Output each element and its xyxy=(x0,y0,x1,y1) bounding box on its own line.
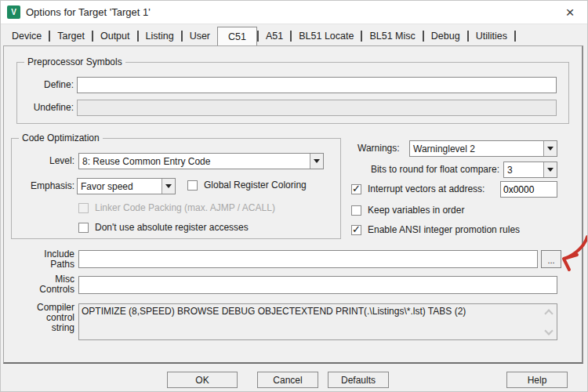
group-title: Preprocessor Symbols xyxy=(24,56,125,67)
tab-strip: Device Target Output Listing User C51 A5… xyxy=(5,27,516,45)
chevron-down-icon xyxy=(543,141,557,156)
float-compare-bits-value: 3 xyxy=(504,165,543,176)
group-title: Code Optimization xyxy=(19,132,103,143)
warnings-dropdown[interactable]: Warninglevel 2 xyxy=(409,140,557,157)
checkbox-box xyxy=(351,184,361,194)
window-title: Options for Target 'Target 1' xyxy=(26,6,151,18)
keep-variables-in-order-checkbox[interactable]: Keep variables in order xyxy=(351,205,464,216)
tab-listing[interactable]: Listing xyxy=(139,27,181,45)
ansi-integer-promotion-checkbox[interactable]: Enable ANSI integer promotion rules xyxy=(351,224,520,236)
checkbox-box xyxy=(78,203,89,213)
warnings-value: Warninglevel 2 xyxy=(410,143,543,154)
warnings-label: Warnings: xyxy=(358,143,400,154)
interrupt-vector-address-input[interactable] xyxy=(500,181,557,198)
uvision-logo-icon: V xyxy=(7,5,20,19)
global-register-coloring-checkbox[interactable]: Global Register Coloring xyxy=(187,180,307,191)
chevron-down-icon xyxy=(162,179,175,194)
tab-user[interactable]: User xyxy=(183,27,217,45)
define-label: Define: xyxy=(23,80,74,90)
tab-device[interactable]: Device xyxy=(5,27,49,45)
include-paths-browse-button[interactable]: ... xyxy=(541,250,561,268)
include-paths-input[interactable] xyxy=(78,250,538,268)
cancel-button[interactable]: Cancel xyxy=(257,372,318,388)
misc-controls-input[interactable] xyxy=(78,276,557,294)
ok-button[interactable]: OK xyxy=(167,372,238,388)
level-value: 8: Reuse Common Entry Code xyxy=(79,156,310,167)
compiler-control-string-box[interactable]: OPTIMIZE (8,SPEED) BROWSE DEBUG OBJECTEX… xyxy=(78,303,557,340)
checkbox-label: Keep variables in order xyxy=(368,205,464,216)
tab-target[interactable]: Target xyxy=(50,27,92,45)
undefine-label: Undefine: xyxy=(20,103,74,113)
title-bar: V Options for Target 'Target 1' × xyxy=(1,1,587,24)
level-label: Level: xyxy=(32,156,74,166)
defaults-button[interactable]: Defaults xyxy=(328,372,389,388)
tab-bl51-misc[interactable]: BL51 Misc xyxy=(362,27,422,45)
checkbox-box xyxy=(351,225,361,235)
chevron-down-icon xyxy=(310,154,323,169)
emphasis-value: Favor speed xyxy=(78,181,162,192)
emphasis-label: Emphasis: xyxy=(16,181,74,191)
chevron-down-icon xyxy=(543,162,557,177)
define-input[interactable] xyxy=(77,77,557,93)
tab-bl51-locate[interactable]: BL51 Locate xyxy=(292,27,361,45)
misc-controls-label: Misc Controls xyxy=(24,274,74,295)
checkbox-box xyxy=(351,205,361,216)
float-compare-bits-dropdown[interactable]: 3 xyxy=(503,162,557,178)
checkbox-label: Linker Code Packing (max. AJMP / ACALL) xyxy=(95,202,275,214)
interrupt-vectors-checkbox[interactable]: Interrupt vectors at address: xyxy=(351,183,485,195)
linker-code-packing-checkbox: Linker Code Packing (max. AJMP / ACALL) xyxy=(78,202,275,214)
checkbox-box xyxy=(187,180,198,191)
checkbox-box xyxy=(78,223,89,233)
options-for-target-dialog: V Options for Target 'Target 1' × Device… xyxy=(0,0,588,392)
tab-output[interactable]: Output xyxy=(93,27,137,45)
float-compare-bits-label: Bits to round for float compare: xyxy=(346,165,499,175)
emphasis-dropdown[interactable]: Favor speed xyxy=(77,178,176,194)
tab-debug[interactable]: Debug xyxy=(424,27,467,45)
checkbox-label: Interrupt vectors at address: xyxy=(368,183,485,195)
checkbox-label: Don't use absolute register accesses xyxy=(95,222,249,234)
include-paths-label: Include Paths xyxy=(24,249,74,270)
undefine-input xyxy=(77,100,557,116)
tab-separator xyxy=(514,31,516,42)
close-icon[interactable]: × xyxy=(559,2,581,23)
checkbox-label: Global Register Coloring xyxy=(204,180,307,191)
dont-use-absolute-registers-checkbox[interactable]: Don't use absolute register accesses xyxy=(78,222,249,234)
help-button[interactable]: Help xyxy=(506,372,568,388)
tab-a51[interactable]: A51 xyxy=(259,27,290,45)
compiler-control-string-label: Compiler control string xyxy=(20,303,74,333)
level-dropdown[interactable]: 8: Reuse Common Entry Code xyxy=(78,153,324,169)
tab-c51[interactable]: C51 xyxy=(217,27,257,45)
checkbox-label: Enable ANSI integer promotion rules xyxy=(368,224,520,236)
tab-utilities[interactable]: Utilities xyxy=(469,27,514,45)
